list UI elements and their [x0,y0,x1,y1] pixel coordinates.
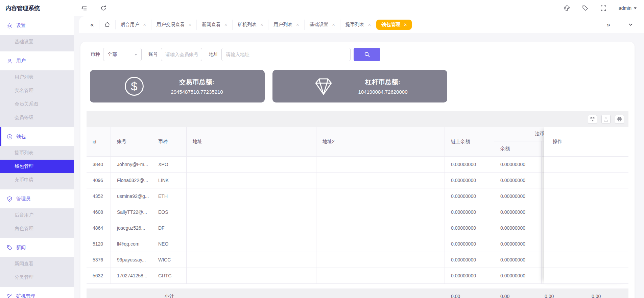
tab-1[interactable]: 用户交易查看× [151,20,197,30]
table-cell: 0.00000000 [445,157,494,172]
footer-cell [111,289,152,298]
table-cell: XPO [152,157,187,172]
sidebar-item[interactable]: 提币列表 [0,146,74,160]
tab-6[interactable]: 提币列表× [340,20,376,30]
sidebar-section-0[interactable]: 设置 [0,16,74,35]
columns-icon[interactable] [588,115,597,124]
sidebar-item[interactable]: 角色管理 [0,222,74,235]
action-cell [544,220,628,236]
footer-cell: 0.00 [494,289,542,298]
sidebar-item[interactable]: 会员等级 [0,111,74,124]
tab-close-icon[interactable]: × [260,22,263,27]
sidebar-section-label: 矿机管理 [16,293,35,298]
sidebar-item[interactable]: 会员关系图 [0,97,74,111]
svg-text:$: $ [9,135,10,138]
currency-label: 币种 [91,51,100,58]
sidebar-submenu: 后台用户角色管理 [0,208,74,238]
table-cell: 0.00000000 [445,188,494,204]
chevron-down-icon [634,7,637,10]
tab-label: 用户交易查看 [157,22,185,28]
tab-7[interactable]: 钱包管理× [376,20,412,30]
main-area: « 后台用户×用户交易查看×新闻查看×矿机列表×用户列表×基础设置×提币列表×钱… [74,16,644,298]
tab-5[interactable]: 基础设置× [305,20,340,30]
sidebar-section-label: 设置 [16,23,26,29]
app-title: 内容管理系统 [0,4,74,12]
home-icon[interactable] [99,20,116,29]
table-cell: EOS [152,204,187,220]
tab-3[interactable]: 矿机列表× [233,20,268,30]
tab-close-icon[interactable]: × [143,22,146,27]
tab-0[interactable]: 后台用户× [116,20,151,30]
select-caret-icon [135,54,137,57]
tabs-scroll-left-icon[interactable]: « [85,20,99,29]
user-menu[interactable]: admin [619,5,637,11]
collapse-menu-icon[interactable] [81,5,88,12]
sidebar-section-1[interactable]: 用户 [0,51,74,70]
action-cell [544,204,628,220]
horizontal-scrollbar[interactable] [87,284,628,289]
table-cell: 0.00000000 [494,204,542,220]
footer-cell [316,289,445,298]
refresh-icon[interactable] [100,5,107,12]
tabs-menu-icon[interactable] [623,20,639,29]
tab-close-icon[interactable]: × [224,22,227,27]
sidebar-item[interactable]: 新闻查看 [0,257,74,271]
table-cell: joseguz526... [111,220,152,236]
action-cell [544,157,628,173]
sidebar-section-label: 钱包 [16,134,26,140]
tab-4[interactable]: 用户列表× [268,20,304,30]
sidebar-section-2[interactable]: $钱包 [0,127,74,146]
table-cell: 0.00000000 [445,236,494,252]
tab-close-icon[interactable]: × [189,22,191,27]
sidebar-item[interactable]: 分类管理 [0,271,74,284]
currency-select[interactable]: 全部 [103,48,142,61]
sidebar-section-label: 用户 [16,58,26,64]
sidebar-section-5[interactable]: 矿机管理 [0,287,74,298]
tab-close-icon[interactable]: × [332,22,335,27]
table-cell: 4352 [87,188,111,204]
table-cell [316,252,445,268]
table-cell [187,252,316,268]
miner-icon [7,294,13,298]
palette-icon[interactable] [564,5,571,12]
table-cell: 5120 [87,236,111,252]
sidebar-section-3[interactable]: 管理员 [0,189,74,208]
table-cell [187,188,316,204]
sidebar-item[interactable]: 充币申请 [0,173,74,187]
address-input[interactable] [221,48,351,61]
leverage-total-value: 104190084.72620000 [334,89,432,95]
fullscreen-icon[interactable] [600,5,607,12]
sidebar-submenu: 基础设置 [0,35,74,51]
sidebar-item[interactable]: 后台用户 [0,208,74,222]
sidebar-item[interactable]: 用户列表 [0,70,74,84]
table-cell: LINK [152,173,187,188]
tab-2[interactable]: 新闻查看× [197,20,233,30]
sidebar-item[interactable]: 实名管理 [0,84,74,97]
news-tag-icon [7,245,13,251]
sidebar-section-4[interactable]: 新闻 [0,238,74,257]
tag-icon[interactable] [582,5,589,12]
dollar-coin-icon: $ [124,76,145,97]
table-cell: usmina92@g... [111,188,152,204]
tabs-scroll-right-icon[interactable]: » [601,20,615,29]
account-input[interactable] [161,48,202,61]
shield-icon [7,196,13,202]
table-cell: ll@qq.com [111,236,152,252]
sidebar-item[interactable]: 基础设置 [0,35,74,49]
footer-cell [87,289,111,298]
print-icon[interactable] [615,115,624,124]
table-cell [187,236,316,252]
sidebar-item[interactable]: 钱包管理 [0,160,74,173]
tab-close-icon[interactable]: × [296,22,299,27]
table-section: id账号币种地址地址2链上余额法币余额冻结3840Johnny@Em...XPO… [87,111,628,298]
sidebar-submenu: 提币列表钱包管理充币申请 [0,146,74,189]
export-icon[interactable] [601,115,611,124]
tab-close-icon[interactable]: × [368,22,371,27]
table-cell: 0.00000000 [494,188,542,204]
table-cell: 4608 [87,204,111,220]
table-cell: 0.00000000 [494,157,542,172]
tab-close-icon[interactable]: × [404,22,407,27]
search-button[interactable] [354,48,380,61]
sidebar: 设置基础设置用户用户列表实名管理会员关系图会员等级$钱包提币列表钱包管理充币申请… [0,16,74,298]
table-cell: 0.00000000 [494,252,542,268]
